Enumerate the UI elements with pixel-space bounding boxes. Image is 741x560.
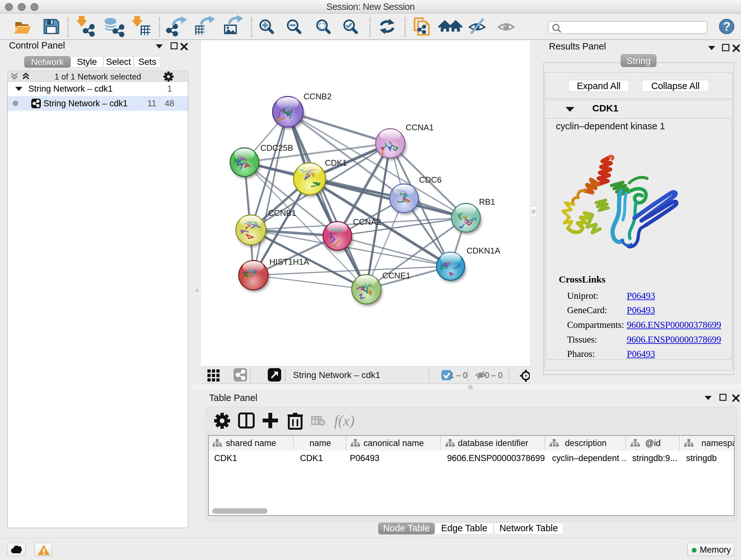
svg-text:CCNA2: CCNA2	[353, 217, 381, 227]
svg-text:CCNA1: CCNA1	[406, 123, 434, 132]
svg-text:f(x): f(x)	[334, 413, 354, 429]
svg-text:CDKN1A: CDKN1A	[467, 246, 500, 255]
svg-text:CDC25B: CDC25B	[260, 143, 293, 152]
svg-text:CDC6: CDC6	[419, 175, 442, 185]
svg-text:CCNE1: CCNE1	[382, 271, 410, 280]
svg-text:?: ?	[723, 20, 730, 33]
svg-text:HIST1H1A: HIST1H1A	[269, 257, 309, 266]
svg-text:RB1: RB1	[479, 197, 495, 206]
svg-text:CCNB2: CCNB2	[304, 91, 332, 101]
svg-text:CCNB1: CCNB1	[268, 208, 296, 218]
svg-text:CDK1: CDK1	[325, 158, 347, 168]
